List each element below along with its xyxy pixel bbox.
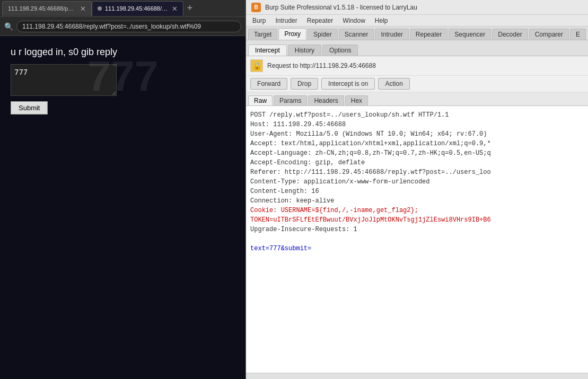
new-tab-button[interactable]: + [183,2,196,15]
request-line: POST /reply.wtf?post=../users_lookup/sh.… [250,111,449,119]
address-bar-input[interactable] [16,21,241,32]
burp-logo-icon: B [251,3,261,12]
main-tab-e[interactable]: E [570,29,586,40]
burp-main-tabs: TargetProxySpiderScannerIntruderRepeater… [246,27,588,40]
main-tab-target[interactable]: Target [248,29,277,40]
proxy-panel: InterceptHistoryOptions 🔒 Request to htt… [246,40,588,379]
request-to-label: Request to http://111.198.29.45:46688 [267,62,376,69]
submit-button[interactable]: Submit [11,101,48,114]
request-line: Accept-Encoding: gzip, deflate [250,159,365,166]
tab1-close-icon[interactable]: ✕ [80,5,86,12]
request-line: Accept: text/html,application/xhtml+xml,… [250,140,491,147]
watermark-text: 777 [87,52,158,101]
request-line: TOKEN=uITBrSFLfEtEfBwuut/BVxjJoJlpMtOKNv… [250,216,491,224]
request-line: Referer: http://111.198.29.45:46688/repl… [250,169,491,176]
request-line: Upgrade-Insecure-Requests: 1 [250,226,357,233]
main-tab-repeater[interactable]: Repeater [410,29,447,40]
browser-pane: 111.198.29.45:46688/post.wtf?p ✕ 111.198… [0,0,246,379]
request-line: Connection: keep-alive [250,197,334,205]
request-line: text=777&submit= [250,245,311,252]
tab2-dot-icon [98,6,102,11]
burp-menubar: BurpIntruderRepeaterWindowHelp [246,15,588,27]
request-line: Accept-Language: zh-CN,zh;q=0.8,zh-TW;q=… [250,149,491,157]
proxy-subtab-options[interactable]: Options [322,45,358,56]
action-toolbar: ForwardDropIntercept is onAction [246,76,588,92]
proxy-subtab-intercept[interactable]: Intercept [248,45,287,56]
main-tab-decoder[interactable]: Decoder [492,29,528,40]
request-body[interactable]: POST /reply.wtf?post=../users_lookup/sh.… [246,106,588,373]
main-tab-intruder[interactable]: Intruder [375,29,408,40]
intercept-toolbar: 🔒 Request to http://111.198.29.45:46688 [246,56,588,76]
browser-content: 777 u r logged in, s0 gib reply 777 Subm… [0,36,245,379]
tab2-close-icon[interactable]: ✕ [172,5,178,12]
req-tab-headers[interactable]: Headers [308,95,344,105]
req-tab-hex[interactable]: Hex [345,95,368,105]
browser-tab-2[interactable]: 111.198.29.45:46688/reply.w ✕ [92,1,183,16]
tab-bar: 111.198.29.45:46688/post.wtf?p ✕ 111.198… [0,0,245,17]
browser-tab-1[interactable]: 111.198.29.45:46688/post.wtf?p ✕ [2,1,92,16]
horizontal-scrollbar[interactable] [246,373,588,379]
burp-titlebar: B Burp Suite Professional v1.5.18 - lice… [246,0,588,15]
lock-icon: 🔒 [250,59,263,72]
menu-item-intruder[interactable]: Intruder [271,16,301,25]
request-line: User-Agent: Mozilla/5.0 (Windows NT 10.0… [250,130,487,138]
menu-item-repeater[interactable]: Repeater [303,16,337,25]
burp-title: Burp Suite Professional v1.5.18 - licens… [265,4,417,11]
main-tab-spider[interactable]: Spider [308,29,338,40]
main-tab-sequencer[interactable]: Sequencer [449,29,491,40]
proxy-subtab-history[interactable]: History [288,45,321,56]
intercept-button[interactable]: Intercept is on [321,78,375,90]
main-tab-scanner[interactable]: Scanner [339,29,374,40]
menu-item-help[interactable]: Help [371,16,392,25]
request-line: Host: 111.198.29.45:46688 [250,121,346,128]
proxy-subtabs: InterceptHistoryOptions [246,40,588,56]
req-tab-raw[interactable]: Raw [248,95,273,105]
main-tab-comparer[interactable]: Comparer [529,29,569,40]
action-button[interactable]: Action [378,78,409,90]
burp-pane: B Burp Suite Professional v1.5.18 - lice… [246,0,588,379]
address-bar-row: 🔍 [0,17,245,36]
forward-button[interactable]: Forward [250,78,287,90]
request-line: Cookie: USERNAME=${find,/,-iname,get_fla… [250,207,418,214]
menu-item-window[interactable]: Window [338,16,370,25]
request-line: Content-Length: 16 [250,188,319,195]
request-line: Content-Type: application/x-www-form-url… [250,178,429,186]
tab1-label: 111.198.29.45:46688/post.wtf?p [8,5,77,12]
request-view-tabs: RawParamsHeadersHex [246,92,588,106]
drop-button[interactable]: Drop [291,78,318,90]
tab2-label: 111.198.29.45:46688/reply.w [105,5,169,12]
req-tab-params[interactable]: Params [274,95,307,105]
menu-item-burp[interactable]: Burp [248,16,270,25]
search-icon: 🔍 [4,22,13,31]
main-tab-proxy[interactable]: Proxy [278,28,306,40]
